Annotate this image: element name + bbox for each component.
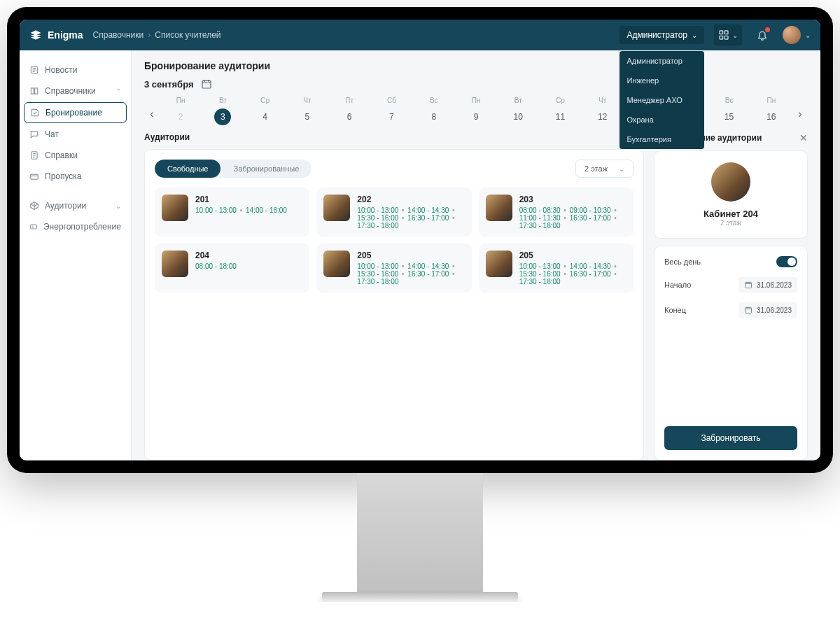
- day-of-week: Вс: [413, 97, 455, 104]
- role-option[interactable]: Инженер: [620, 71, 704, 90]
- svg-rect-6: [31, 174, 38, 179]
- floor-label: 2 этаж: [584, 164, 608, 173]
- sidebar-item[interactable]: Бронирование: [24, 102, 127, 123]
- room-thumbnail: [486, 195, 512, 221]
- sidebar-item[interactable]: Чат: [24, 125, 127, 144]
- sidebar-item-label: Бронирование: [46, 108, 102, 118]
- day-number: 3: [214, 108, 231, 125]
- day-number: 7: [383, 108, 400, 125]
- book-button[interactable]: Забронировать: [664, 426, 797, 450]
- room-slots: 08:00 - 08:30 • 09:00 - 10:30 • 11:00 - …: [519, 206, 618, 230]
- room-card[interactable]: 20308:00 - 08:30 • 09:00 - 10:30 • 11:00…: [479, 188, 634, 237]
- time-slot: 17:30 - 18:00: [357, 222, 398, 230]
- start-label: Начало: [664, 281, 691, 289]
- calendar-day[interactable]: Сб7: [370, 95, 412, 132]
- sidebar-item-label: Чат: [45, 129, 59, 139]
- breadcrumb-b[interactable]: Список учителей: [155, 30, 220, 40]
- calendar-day[interactable]: Вс8: [413, 95, 455, 132]
- day-number: 2: [172, 108, 189, 125]
- apps-button[interactable]: ⌄: [714, 24, 742, 45]
- role-option[interactable]: Охрана: [620, 110, 704, 129]
- sidebar-item[interactable]: Новости: [24, 60, 127, 80]
- sidebar-item-label: Пропуска: [45, 171, 82, 181]
- room-card[interactable]: 20408:00 - 18:00: [155, 244, 309, 293]
- floor-select[interactable]: 2 этаж ⌄: [575, 160, 634, 178]
- sidebar-item-label: Новости: [45, 65, 77, 75]
- all-day-toggle[interactable]: [776, 256, 797, 267]
- calendar-day[interactable]: Вс15: [708, 95, 750, 132]
- user-menu[interactable]: ⌄: [783, 26, 811, 44]
- date-selector[interactable]: 3 сентября: [144, 78, 808, 90]
- room-card[interactable]: 20510:00 - 13:00 • 14:00 - 14:30 • 15:30…: [316, 244, 471, 293]
- role-option[interactable]: Бухгалтерия: [620, 129, 704, 149]
- notifications-button[interactable]: [752, 24, 773, 45]
- room-card[interactable]: 20510:00 - 13:00 • 14:00 - 14:30 • 15:30…: [479, 244, 634, 293]
- chevron-down-icon: ⌄: [115, 202, 121, 210]
- end-date-input[interactable]: 31.06.2023: [738, 302, 797, 318]
- calendar-day[interactable]: Ср4: [244, 95, 286, 132]
- role-option[interactable]: Администратор: [620, 51, 704, 71]
- sidebar-item[interactable]: Энергопотребление: [24, 217, 127, 237]
- cal-prev[interactable]: ‹: [144, 108, 160, 120]
- day-number: 15: [721, 108, 738, 125]
- room-slots: 10:00 - 13:00 • 14:00 - 18:00: [195, 206, 287, 214]
- page-title: Бронирование аудитории: [144, 60, 808, 71]
- time-slot: 17:30 - 18:00: [519, 278, 561, 286]
- rooms-section-title: Аудитории: [144, 132, 644, 142]
- sidebar-item[interactable]: Аудитории⌄: [24, 196, 127, 216]
- sidebar-item[interactable]: Справочники⌃: [24, 81, 127, 101]
- room-slots: 10:00 - 13:00 • 14:00 - 14:30 • 15:30 - …: [357, 206, 456, 230]
- calendar-day[interactable]: Пн16: [750, 95, 792, 132]
- tab-booked[interactable]: Забронированные: [220, 160, 312, 178]
- svg-rect-2: [720, 36, 723, 39]
- day-of-week: Пт: [328, 97, 370, 104]
- app-brand[interactable]: Enigma: [29, 29, 83, 41]
- calendar-day[interactable]: Ср11: [539, 95, 581, 132]
- tab-free[interactable]: Свободные: [155, 160, 220, 178]
- role-selector[interactable]: Администратор ⌄ АдминистраторИнженерМене…: [620, 26, 704, 44]
- room-number: 201: [195, 195, 287, 204]
- time-slot: 15:30 - 16:00: [519, 270, 561, 278]
- rooms-card: Свободные Забронированные 2 этаж ⌄ 20110…: [144, 149, 644, 460]
- all-day-label: Весь день: [664, 258, 701, 266]
- room-number: 202: [357, 195, 456, 204]
- sidebar-item[interactable]: Пропуска: [24, 167, 127, 186]
- time-slot: 14:00 - 14:30: [570, 262, 611, 270]
- room-thumbnail: [323, 195, 350, 221]
- room-thumbnail: [711, 162, 750, 202]
- role-option[interactable]: Менеджер АХО: [620, 90, 704, 110]
- close-icon[interactable]: ✕: [799, 132, 808, 143]
- room-number: 203: [519, 195, 618, 204]
- booking-form: Весь день Начало 31.06.2023 Конец: [654, 246, 808, 460]
- breadcrumb-a[interactable]: Справочники: [93, 30, 144, 40]
- time-slot: 16:30 - 17:00: [407, 214, 449, 222]
- room-slots: 08:00 - 18:00: [195, 262, 237, 270]
- calendar-icon: [744, 306, 752, 314]
- calendar-day[interactable]: Пн9: [455, 95, 497, 132]
- calendar-day[interactable]: Чт5: [286, 95, 328, 132]
- app-name: Enigma: [48, 29, 83, 41]
- svg-rect-3: [724, 36, 728, 39]
- calendar-day[interactable]: Пн2: [160, 95, 202, 132]
- start-date-input[interactable]: 31.06.2023: [738, 277, 797, 293]
- room-card[interactable]: 20210:00 - 13:00 • 14:00 - 14:30 • 15:30…: [316, 188, 471, 237]
- calendar-day[interactable]: Вт10: [497, 95, 539, 132]
- room-thumbnail: [323, 251, 350, 277]
- day-number: 10: [510, 108, 526, 125]
- calendar-day[interactable]: Чт12: [582, 95, 624, 132]
- sidebar-item-label: Аудитории: [45, 201, 86, 211]
- day-of-week: Ср: [539, 97, 581, 104]
- day-of-week: Вт: [497, 97, 539, 104]
- sidebar-item[interactable]: Справки: [24, 146, 127, 165]
- cal-next[interactable]: ›: [792, 108, 808, 120]
- svg-rect-0: [720, 31, 723, 34]
- room-card[interactable]: 20110:00 - 13:00 • 14:00 - 18:00: [155, 188, 309, 237]
- day-of-week: Ср: [244, 97, 286, 104]
- calendar-icon: [201, 78, 212, 90]
- sidebar-item-label: Справочники: [45, 86, 96, 96]
- room-thumbnail: [486, 251, 512, 277]
- time-slot: 11:00 - 11:30: [519, 214, 561, 222]
- time-slot: 10:00 - 13:00: [357, 206, 398, 214]
- calendar-day[interactable]: Пт6: [328, 95, 370, 132]
- calendar-day[interactable]: Вт3: [202, 95, 244, 132]
